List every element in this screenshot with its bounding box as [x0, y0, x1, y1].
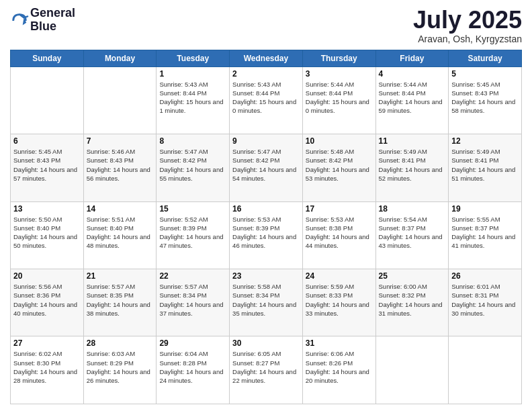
calendar-cell: 26Sunrise: 6:01 AMSunset: 8:31 PMDayligh… — [449, 269, 522, 336]
calendar-cell: 8Sunrise: 5:47 AMSunset: 8:42 PMDaylight… — [157, 134, 230, 201]
calendar-cell: 19Sunrise: 5:55 AMSunset: 8:37 PMDayligh… — [449, 201, 522, 269]
calendar-cell: 4Sunrise: 5:44 AMSunset: 8:44 PMDaylight… — [375, 66, 449, 134]
weekday-header-row: SundayMondayTuesdayWednesdayThursdayFrid… — [11, 50, 522, 66]
day-info: Sunrise: 6:00 AMSunset: 8:32 PMDaylight:… — [379, 282, 446, 318]
calendar-cell: 24Sunrise: 5:59 AMSunset: 8:33 PMDayligh… — [302, 269, 375, 336]
calendar-cell: 6Sunrise: 5:45 AMSunset: 8:43 PMDaylight… — [11, 134, 84, 201]
day-number: 20 — [13, 271, 81, 281]
day-number: 8 — [159, 136, 226, 146]
calendar-week-1: 1Sunrise: 5:43 AMSunset: 8:44 PMDaylight… — [11, 66, 522, 134]
day-info: Sunrise: 5:49 AMSunset: 8:41 PMDaylight:… — [379, 147, 446, 183]
day-info: Sunrise: 5:49 AMSunset: 8:41 PMDaylight:… — [451, 147, 519, 183]
day-number: 11 — [379, 136, 446, 146]
day-number: 19 — [451, 204, 519, 214]
day-number: 3 — [306, 69, 373, 79]
day-number: 31 — [306, 338, 373, 348]
header: General Blue July 2025 Aravan, Osh, Kyrg… — [10, 7, 522, 44]
calendar-cell: 25Sunrise: 6:00 AMSunset: 8:32 PMDayligh… — [375, 269, 449, 336]
day-number: 15 — [159, 204, 226, 214]
location-subtitle: Aravan, Osh, Kyrgyzstan — [413, 34, 522, 44]
weekday-header-tuesday: Tuesday — [157, 50, 230, 66]
day-number: 23 — [232, 271, 300, 281]
calendar-cell: 11Sunrise: 5:49 AMSunset: 8:41 PMDayligh… — [375, 134, 449, 201]
calendar-cell: 31Sunrise: 6:06 AMSunset: 8:26 PMDayligh… — [302, 336, 375, 404]
day-info: Sunrise: 5:44 AMSunset: 8:44 PMDaylight:… — [379, 80, 446, 116]
day-number: 5 — [451, 69, 519, 79]
day-number: 1 — [159, 69, 226, 79]
calendar-cell — [11, 66, 84, 134]
day-number: 9 — [232, 136, 300, 146]
logo-text: General Blue — [30, 7, 75, 34]
calendar-cell — [449, 336, 522, 404]
calendar-cell: 3Sunrise: 5:44 AMSunset: 8:44 PMDaylight… — [302, 66, 375, 134]
day-number: 13 — [13, 204, 81, 214]
calendar-cell: 10Sunrise: 5:48 AMSunset: 8:42 PMDayligh… — [302, 134, 375, 201]
day-number: 17 — [306, 204, 373, 214]
day-number: 24 — [306, 271, 373, 281]
day-number: 16 — [232, 204, 300, 214]
day-number: 14 — [87, 204, 154, 214]
day-info: Sunrise: 5:45 AMSunset: 8:43 PMDaylight:… — [13, 147, 81, 183]
day-info: Sunrise: 6:02 AMSunset: 8:30 PMDaylight:… — [13, 349, 81, 385]
calendar-cell: 17Sunrise: 5:53 AMSunset: 8:38 PMDayligh… — [302, 201, 375, 269]
weekday-header-sunday: Sunday — [11, 50, 84, 66]
logo-line1: General — [30, 7, 75, 20]
day-info: Sunrise: 6:05 AMSunset: 8:27 PMDaylight:… — [232, 349, 300, 385]
calendar-week-4: 20Sunrise: 5:56 AMSunset: 8:36 PMDayligh… — [11, 269, 522, 336]
day-info: Sunrise: 5:44 AMSunset: 8:44 PMDaylight:… — [306, 80, 373, 116]
day-number: 22 — [159, 271, 226, 281]
day-number: 2 — [232, 69, 300, 79]
calendar-cell: 18Sunrise: 5:54 AMSunset: 8:37 PMDayligh… — [375, 201, 449, 269]
day-info: Sunrise: 5:55 AMSunset: 8:37 PMDaylight:… — [451, 215, 519, 250]
calendar-cell: 2Sunrise: 5:43 AMSunset: 8:44 PMDaylight… — [230, 66, 303, 134]
calendar-cell: 7Sunrise: 5:46 AMSunset: 8:43 PMDaylight… — [83, 134, 157, 201]
day-info: Sunrise: 5:43 AMSunset: 8:44 PMDaylight:… — [159, 80, 226, 116]
page: General Blue July 2025 Aravan, Osh, Kyrg… — [0, 0, 532, 411]
weekday-header-friday: Friday — [375, 50, 449, 66]
day-number: 28 — [87, 338, 154, 348]
day-number: 6 — [13, 136, 81, 146]
calendar-cell: 23Sunrise: 5:58 AMSunset: 8:34 PMDayligh… — [230, 269, 303, 336]
calendar-cell — [83, 66, 157, 134]
day-number: 25 — [379, 271, 446, 281]
logo-icon — [10, 11, 29, 30]
day-info: Sunrise: 5:53 AMSunset: 8:39 PMDaylight:… — [232, 215, 300, 250]
calendar-week-5: 27Sunrise: 6:02 AMSunset: 8:30 PMDayligh… — [11, 336, 522, 404]
day-info: Sunrise: 5:51 AMSunset: 8:40 PMDaylight:… — [87, 215, 154, 250]
day-info: Sunrise: 5:50 AMSunset: 8:40 PMDaylight:… — [13, 215, 81, 250]
calendar-cell: 14Sunrise: 5:51 AMSunset: 8:40 PMDayligh… — [83, 201, 157, 269]
calendar-cell: 28Sunrise: 6:03 AMSunset: 8:29 PMDayligh… — [83, 336, 157, 404]
day-info: Sunrise: 5:43 AMSunset: 8:44 PMDaylight:… — [232, 80, 300, 116]
day-number: 30 — [232, 338, 300, 348]
weekday-header-monday: Monday — [83, 50, 157, 66]
month-title: July 2025 — [413, 7, 522, 34]
day-info: Sunrise: 5:47 AMSunset: 8:42 PMDaylight:… — [232, 147, 300, 183]
calendar-week-2: 6Sunrise: 5:45 AMSunset: 8:43 PMDaylight… — [11, 134, 522, 201]
weekday-header-thursday: Thursday — [302, 50, 375, 66]
calendar-cell: 1Sunrise: 5:43 AMSunset: 8:44 PMDaylight… — [157, 66, 230, 134]
day-info: Sunrise: 6:03 AMSunset: 8:29 PMDaylight:… — [87, 349, 154, 385]
calendar-cell: 21Sunrise: 5:57 AMSunset: 8:35 PMDayligh… — [83, 269, 157, 336]
calendar-cell: 9Sunrise: 5:47 AMSunset: 8:42 PMDaylight… — [230, 134, 303, 201]
calendar-cell: 16Sunrise: 5:53 AMSunset: 8:39 PMDayligh… — [230, 201, 303, 269]
calendar-week-3: 13Sunrise: 5:50 AMSunset: 8:40 PMDayligh… — [11, 201, 522, 269]
calendar-cell: 12Sunrise: 5:49 AMSunset: 8:41 PMDayligh… — [449, 134, 522, 201]
day-info: Sunrise: 6:01 AMSunset: 8:31 PMDaylight:… — [451, 282, 519, 318]
day-number: 10 — [306, 136, 373, 146]
day-number: 18 — [379, 204, 446, 214]
day-number: 27 — [13, 338, 81, 348]
day-info: Sunrise: 5:56 AMSunset: 8:36 PMDaylight:… — [13, 282, 81, 318]
logo: General Blue — [10, 7, 75, 34]
day-info: Sunrise: 5:57 AMSunset: 8:34 PMDaylight:… — [159, 282, 226, 318]
day-info: Sunrise: 5:59 AMSunset: 8:33 PMDaylight:… — [306, 282, 373, 318]
day-info: Sunrise: 5:47 AMSunset: 8:42 PMDaylight:… — [159, 147, 226, 183]
day-number: 4 — [379, 69, 446, 79]
day-info: Sunrise: 6:06 AMSunset: 8:26 PMDaylight:… — [306, 349, 373, 385]
calendar-cell: 5Sunrise: 5:45 AMSunset: 8:43 PMDaylight… — [449, 66, 522, 134]
day-number: 21 — [87, 271, 154, 281]
calendar-cell: 22Sunrise: 5:57 AMSunset: 8:34 PMDayligh… — [157, 269, 230, 336]
logo-line2: Blue — [30, 20, 75, 34]
day-info: Sunrise: 5:54 AMSunset: 8:37 PMDaylight:… — [379, 215, 446, 250]
day-info: Sunrise: 5:52 AMSunset: 8:39 PMDaylight:… — [159, 215, 226, 250]
day-info: Sunrise: 5:45 AMSunset: 8:43 PMDaylight:… — [451, 80, 519, 116]
